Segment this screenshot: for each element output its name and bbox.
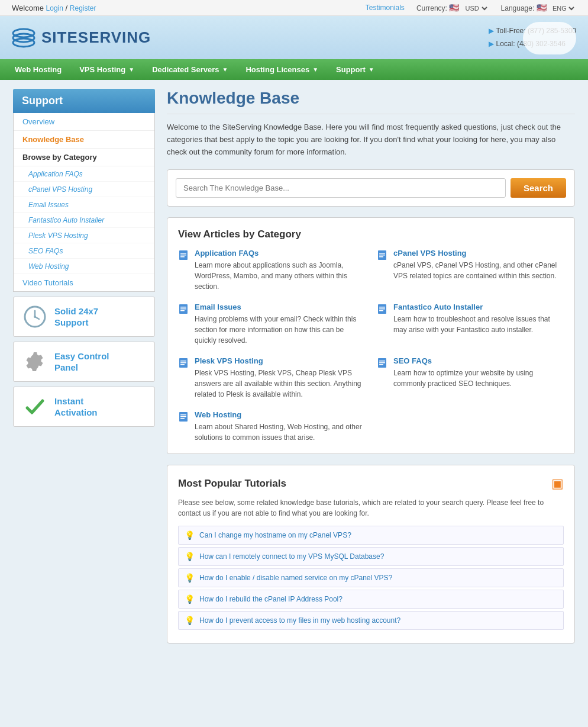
solid-support-text: Solid 24x7Support [54, 305, 98, 329]
sidebar-sub-seo[interactable]: SEO FAQs [14, 243, 154, 259]
sidebar-email-link[interactable]: Email Issues [28, 201, 69, 209]
svg-rect-8 [180, 253, 186, 254]
sidebar-item-overview[interactable]: Overview [14, 113, 154, 131]
top-bar: Welcome Login / Register Testimonials Cu… [0, 0, 588, 16]
sidebar-support-header: Support [13, 89, 155, 113]
svg-rect-33 [180, 416, 186, 417]
cat-cpanel-vps-title[interactable]: cPanel VPS Hosting [393, 249, 564, 258]
nav-licenses-caret: ▼ [312, 66, 318, 73]
language-label: Language: [501, 4, 535, 12]
cat-fantastico-content: Fantastico Auto Installer Learn how to t… [393, 303, 564, 346]
sidebar-sub-app-faqs[interactable]: Application FAQs [14, 166, 154, 182]
tutorial-link-4[interactable]: How do I prevent access to my files in m… [199, 616, 400, 625]
svg-rect-16 [180, 307, 186, 308]
tutorial-link-0[interactable]: Can I change my hostname on my cPanel VP… [199, 531, 351, 539]
cat-email-desc: Having problems with your email? Check w… [195, 314, 365, 346]
sidebar-sub-web-hosting[interactable]: Web Hosting [14, 259, 154, 274]
svg-rect-9 [180, 255, 186, 256]
welcome-text: Welcome [12, 4, 44, 12]
tutorial-item-3[interactable]: 💡 How do I rebuild the cPanel IP Address… [178, 590, 564, 609]
cloud-decoration [523, 22, 576, 54]
svg-rect-13 [379, 255, 385, 256]
sidebar-item-knowledge-base[interactable]: Knowledge Base [14, 131, 154, 149]
svg-rect-12 [379, 253, 385, 254]
sidebar-item-video-tutorials[interactable]: Video Tutorials [14, 274, 154, 291]
sidebar-web-hosting-link[interactable]: Web Hosting [28, 262, 69, 271]
cat-cpanel-vps-desc: cPanel VPS, cPanel VPS Hosting, and othe… [393, 260, 564, 281]
sidebar-sub-fantastico[interactable]: Fantastico Auto Installer [14, 213, 154, 228]
search-input[interactable] [176, 178, 506, 198]
nav-dedicated-servers[interactable]: Dedicated Servers ▼ [143, 59, 237, 80]
logo-area: SITESERVING [12, 26, 151, 50]
svg-rect-21 [379, 308, 385, 310]
tutorial-link-1[interactable]: How can I remotely connect to my VPS MyS… [199, 552, 384, 561]
sidebar-video-tutorials-link[interactable]: Video Tutorials [22, 278, 73, 287]
cat-plesk-title[interactable]: Plesk VPS Hosting [195, 356, 365, 365]
currency-flag: 🇺🇸 [449, 3, 459, 12]
nav-vps-hosting[interactable]: VPS Hosting ▼ [70, 59, 143, 80]
cat-email-title[interactable]: Email Issues [195, 303, 365, 311]
sidebar-app-faqs-link[interactable]: Application FAQs [28, 170, 83, 178]
nav-web-hosting[interactable]: Web Hosting [6, 59, 70, 80]
view-articles-title: View Articles by Category [178, 229, 564, 240]
tutorial-link-3[interactable]: How do I rebuild the cPanel IP Address P… [199, 595, 343, 603]
nav-support[interactable]: Support ▼ [327, 59, 383, 80]
tutorial-item-0[interactable]: 💡 Can I change my hostname on my cPanel … [178, 526, 564, 545]
tutorial-item-4[interactable]: 💡 How do I prevent access to my files in… [178, 611, 564, 630]
search-box: Search [167, 169, 575, 207]
cat-app-faqs-desc: Learn more about applications such as Jo… [195, 260, 365, 292]
logo-text: SITESERVING [41, 28, 151, 47]
currency-select[interactable]: USD [463, 4, 489, 12]
sidebar-sub-plesk[interactable]: Plesk VPS Hosting [14, 228, 154, 243]
cat-fantastico-title[interactable]: Fantastico Auto Installer [393, 303, 564, 311]
svg-rect-20 [379, 307, 385, 308]
tutorial-item-1[interactable]: 💡 How can I remotely connect to my VPS M… [178, 547, 564, 566]
cat-fantastico-desc: Learn how to troubleshoot and resolve is… [393, 314, 564, 335]
sidebar-overview-link[interactable]: Overview [22, 117, 54, 126]
sidebar-sub-cpanel-vps[interactable]: cPanel VPS Hosting [14, 182, 154, 197]
login-link[interactable]: Login [46, 4, 63, 12]
category-item-web-hosting: Web Hosting Learn about Shared Hosting, … [178, 410, 365, 443]
category-item-email: Email Issues Having problems with your e… [178, 303, 365, 346]
promo-instant-activation: InstantActivation [13, 387, 155, 427]
category-item-app-faqs: Application FAQs Learn more about applic… [178, 249, 365, 292]
bulb-icon-3: 💡 [185, 594, 195, 604]
category-item-fantastico: Fantastico Auto Installer Learn how to t… [377, 303, 564, 346]
category-item-cpanel-vps: cPanel VPS Hosting cPanel VPS, cPanel VP… [377, 249, 564, 292]
tutorials-title: Most Popular Tutorials [178, 478, 286, 490]
category-item-plesk: Plesk VPS Hosting Plesk VPS Hosting, Ple… [178, 356, 365, 400]
nav-dedicated-caret: ▼ [222, 66, 228, 73]
language-select[interactable]: ENG [550, 4, 576, 12]
nav-dedicated-label: Dedicated Servers [152, 65, 219, 74]
cat-seo-content: SEO FAQs Learn how to optimize your webs… [393, 356, 564, 400]
cat-plesk-icon [178, 358, 190, 369]
svg-rect-26 [180, 364, 185, 365]
bulb-icon-2: 💡 [185, 573, 195, 583]
nav-licenses-label: Hosting Licenses [245, 65, 309, 74]
currency-label: Currency: [416, 4, 447, 12]
logo-icon [12, 26, 35, 50]
promo-easy-control: Easy ControlPanel [13, 342, 155, 382]
sidebar-seo-link[interactable]: SEO FAQs [28, 247, 63, 255]
sidebar-plesk-link[interactable]: Plesk VPS Hosting [28, 231, 88, 240]
cat-plesk-desc: Plesk VPS Hosting, Plesk VPS, Cheap Ples… [195, 368, 365, 400]
sidebar-cpanel-vps-link[interactable]: cPanel VPS Hosting [28, 185, 92, 194]
sidebar-sub-email[interactable]: Email Issues [14, 197, 154, 213]
testimonials-link[interactable]: Testimonials [366, 4, 405, 12]
page-title: Knowledge Base [167, 89, 575, 114]
register-link[interactable]: Register [70, 4, 96, 12]
tutorial-link-2[interactable]: How do I enable / disable named service … [199, 574, 392, 582]
cat-web-hosting-title[interactable]: Web Hosting [195, 410, 365, 419]
tutorial-item-2[interactable]: 💡 How do I enable / disable named servic… [178, 568, 564, 587]
svg-rect-17 [180, 308, 186, 310]
cat-app-faqs-title[interactable]: Application FAQs [195, 249, 365, 258]
language-area: Language: 🇺🇸 ENG [501, 3, 576, 12]
sidebar-fantastico-link[interactable]: Fantastico Auto Installer [28, 216, 104, 224]
nav-hosting-licenses[interactable]: Hosting Licenses ▼ [237, 59, 327, 80]
cat-email-icon [178, 304, 190, 316]
sidebar-kb-link[interactable]: Knowledge Base [22, 135, 84, 144]
svg-rect-22 [379, 310, 383, 311]
search-button[interactable]: Search [511, 178, 566, 198]
cat-seo-title[interactable]: SEO FAQs [393, 356, 564, 365]
cat-web-hosting-content: Web Hosting Learn about Shared Hosting, … [195, 410, 365, 443]
